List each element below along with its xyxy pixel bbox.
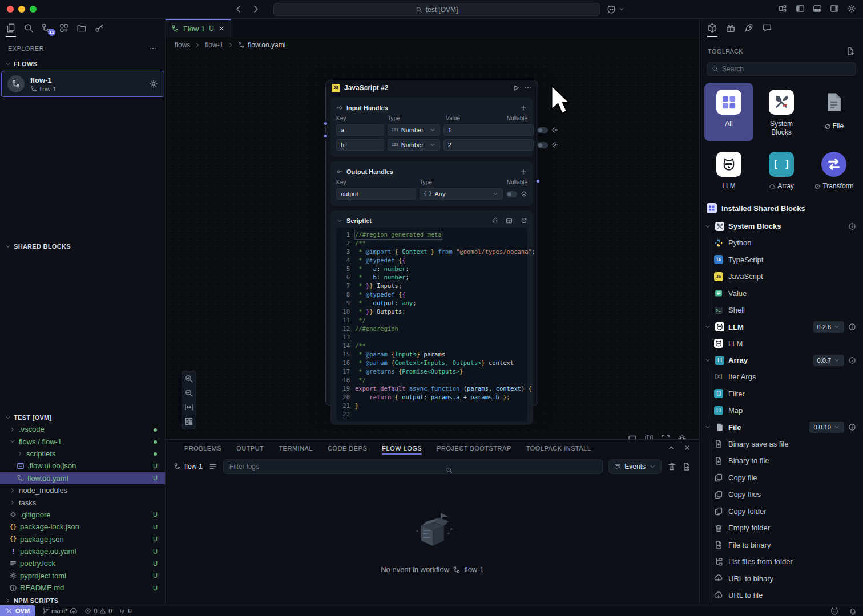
input-settings-gear-icon[interactable] [551,141,558,148]
block-item-list-files-from-folder[interactable]: List files from folder [708,553,863,570]
log-list-icon[interactable] [208,462,217,471]
panel-tab-flow-logs[interactable]: FLOW LOGS [382,440,422,457]
command-center-search[interactable]: test [OVM] [273,3,600,16]
input-value-b[interactable] [443,139,534,151]
blocks-view-icon[interactable] [58,22,70,34]
toolpack-card-all[interactable]: All [704,83,753,141]
assistant-status-icon[interactable] [830,606,839,615]
tree-item[interactable]: scriptlets [0,448,165,460]
block-item-binary-save-as-file[interactable]: Binary save as file [708,436,863,453]
git-branch-item[interactable]: main* [42,607,78,615]
nullable-toggle-output[interactable] [506,191,517,197]
add-input-icon[interactable] [519,104,527,112]
run-node-icon[interactable] [512,84,520,92]
version-select[interactable]: 0.0.10 [809,422,844,433]
block-item-map[interactable]: [] Map [708,402,863,419]
tree-item[interactable]: {}package-lock.json U [0,521,165,533]
close-icon[interactable] [218,25,225,32]
input-key-a[interactable] [336,124,384,136]
clear-logs-icon[interactable] [667,462,676,471]
tree-item[interactable]: README.md U [0,582,165,594]
explorer-view-icon[interactable] [5,22,17,34]
output-key[interactable] [336,188,416,200]
zoom-window-button[interactable] [30,6,37,13]
notifications-bell-icon[interactable] [848,606,857,615]
publish-view-icon[interactable] [743,22,755,34]
settings-gear-icon[interactable] [847,4,856,13]
flows-section-header[interactable]: FLOWS [0,58,165,70]
block-item-copy-folder[interactable]: Copy folder [708,503,863,520]
tree-item[interactable]: !package.oo.yaml U [0,545,165,557]
filter-logs-input[interactable] [223,459,603,474]
block-item-llm[interactable]: LLM [708,335,863,352]
block-item-shell[interactable]: Shell [708,302,863,319]
project-section-header[interactable]: TEST [OVM] [0,412,165,423]
nullable-toggle-b[interactable] [537,142,548,148]
ports-item[interactable]: 0 [119,607,131,614]
minimize-window-button[interactable] [18,6,25,13]
tree-item[interactable]: .vscode [0,423,165,435]
installed-group-llm[interactable]: LLM0.2.6 [700,319,863,335]
flow-canvas[interactable]: JS JavaScript #2 Input Handles [166,53,699,439]
store-view-icon[interactable] [725,22,736,34]
output-handle-dot[interactable] [535,179,541,184]
flow-list-item[interactable]: flow-1 flow-1 [1,71,164,97]
toolpack-card-array[interactable]: [ ] Array [757,145,806,195]
block-item-javascript[interactable]: JS JavaScript [708,268,863,285]
block-item-copy-flies[interactable]: Copy flies [708,486,863,503]
panel-tab-toolpack-install[interactable]: TOOLPACK INSTALL [526,440,591,457]
toolpack-card-transform[interactable]: Transform [809,145,858,195]
tab-flow-1[interactable]: Flow 1 U [166,19,231,37]
add-output-icon[interactable] [519,168,527,176]
block-item-iter-args[interactable]: [x] Iter Args [708,368,863,386]
toggle-sidebar-icon[interactable] [796,4,805,13]
toolpack-card-file[interactable]: File [809,83,858,141]
panel-maximize-icon[interactable] [667,444,675,452]
tree-item[interactable]: .flow.ui.oo.json U [0,460,165,472]
tree-item[interactable]: flows / flow-1 [0,435,165,447]
breadcrumb-flow-1[interactable]: flow-1 [205,41,223,49]
block-item-value[interactable]: Value [708,285,863,302]
tree-item[interactable]: {}package.json U [0,533,165,545]
tree-item[interactable]: node_modules [0,484,165,496]
customize-layout-icon[interactable] [779,4,788,13]
block-item-binary-to-file[interactable]: Binary to file [708,452,863,469]
shared-blocks-section-header[interactable]: SHARED BLOCKS [0,241,165,252]
block-item-url-to-binary[interactable]: URL to binary [708,570,863,587]
panel-tab-terminal[interactable]: TERMINAL [279,440,313,457]
problems-item[interactable]: 0 0 [84,607,112,614]
breadcrumb-flows[interactable]: flows [175,41,190,49]
node-javascript-2[interactable]: JS JavaScript #2 Input Handles [325,80,538,406]
tree-item[interactable]: poetry.lock U [0,557,165,569]
nullable-toggle-a[interactable] [537,127,548,133]
version-select[interactable]: 0.0.7 [813,355,844,366]
installed-group-system-blocks[interactable]: System Blocks [700,218,863,234]
forward-icon[interactable] [251,5,260,14]
tree-item[interactable]: tasks [0,496,165,508]
node-more-icon[interactable] [524,84,532,92]
zoom-in-icon[interactable] [184,374,193,383]
block-item-url-to-file[interactable]: URL to file [708,587,863,604]
version-select[interactable]: 0.2.6 [813,321,844,333]
auto-layout-icon[interactable] [184,417,193,426]
input-settings-gear-icon[interactable] [551,127,558,133]
toolpack-search-input[interactable] [722,65,851,73]
installed-group-array[interactable]: [] Array0.0.7 [700,352,863,368]
toggle-secondary-sidebar-icon[interactable] [830,4,839,13]
output-type-select[interactable]: { } Any [420,188,503,200]
input-handle-b-dot[interactable] [323,133,328,139]
input-type-select-a[interactable]: 123 Number [388,124,440,136]
assistant-menu[interactable] [606,4,625,14]
installed-group-file[interactable]: File0.0.10 [700,419,863,436]
block-item-filter[interactable]: [] Filter [708,386,863,403]
block-item-file-to-binary[interactable]: File to binary [708,537,863,554]
events-filter-select[interactable]: Events [608,459,662,474]
toolpack-search[interactable] [707,62,856,76]
flows-view-icon[interactable]: 12 [41,22,52,34]
explorer-more-icon[interactable] [149,44,157,52]
info-icon[interactable] [848,356,856,364]
search-view-icon[interactable] [23,22,34,34]
info-icon[interactable] [848,323,856,331]
tree-item[interactable]: .gitignore U [0,509,165,521]
fit-view-icon[interactable] [184,403,193,412]
